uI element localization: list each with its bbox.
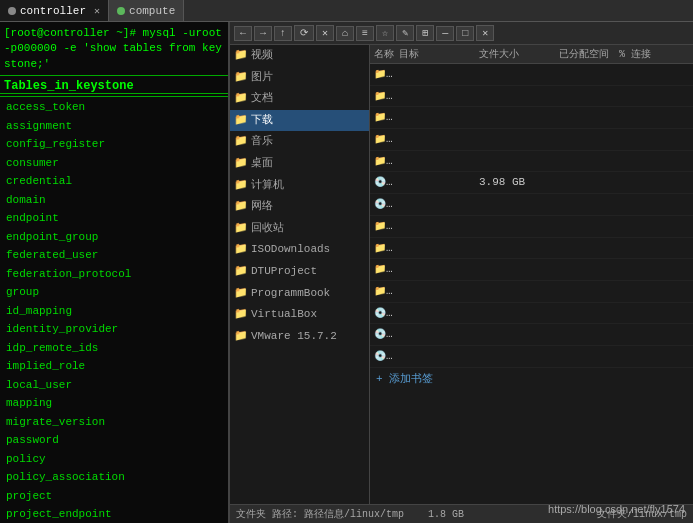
tree-folder-icon: 📁 <box>234 69 248 87</box>
tree-item[interactable]: 📁回收站 <box>230 218 369 240</box>
table-item: policy <box>0 450 228 469</box>
file-icon: 📁 <box>374 285 393 297</box>
tree-item-label: 图片 <box>251 69 273 87</box>
file-icon: 📁 <box>374 90 393 102</box>
file-name: 📁 微信截图 <box>374 108 399 127</box>
right-panel: ← → ↑ ⟳ ✕ ⌂ ≡ ☆ ✎ ⊞ — □ ✕ 📁视频📁图片📁文档📁下载📁音… <box>230 22 693 523</box>
tree-item-label: ProgrammBook <box>251 285 330 303</box>
file-name: 📁 cn_windows_7_professional_whe... <box>374 217 399 236</box>
file-icon: 📁 <box>374 263 393 275</box>
tree-folder-icon: 📁 <box>234 47 248 65</box>
table-item: assignment <box>0 117 228 136</box>
toolbar-stop[interactable]: ✕ <box>316 25 334 41</box>
tree-item-label: 音乐 <box>251 133 273 151</box>
toolbar-fav[interactable]: ☆ <box>376 25 394 41</box>
terminal-command: [root@controller ~]# mysql -uroot -p0000… <box>0 24 228 74</box>
file-name: 📁 有趣视频 <box>374 130 399 149</box>
file-icon: 📁 <box>374 155 393 167</box>
tree-item-label: VMware 15.7.2 <box>251 328 337 346</box>
file-name: 📁 作者文件夹 <box>374 152 399 171</box>
toolbar-close[interactable]: ✕ <box>476 25 494 41</box>
file-list-row[interactable]: 📁 作者文件夹 <box>370 151 693 173</box>
file-name: 📁 VMdiskss <box>374 282 399 301</box>
file-icon: 📁 <box>374 68 393 80</box>
table-item: access_token <box>0 98 228 117</box>
file-list-row[interactable]: 💿 XianDian-BigData-v0.2.iso <box>370 303 693 325</box>
tree-item-label: DTUProject <box>251 263 317 281</box>
file-name: 💿 CentOS-7x86_64-DVD-1810.iso <box>374 195 399 214</box>
file-list-row[interactable]: 📁 cn_windows_10_business_edition... <box>370 238 693 260</box>
file-icon: 📁 <box>374 220 393 232</box>
file-name: 💿 XianDian-BigData-v0.2.iso <box>374 304 399 323</box>
toolbar-max[interactable]: □ <box>456 26 474 41</box>
tree-item-label: 视频 <box>251 47 273 65</box>
table-item: domain <box>0 191 228 210</box>
tab-controller[interactable]: controller ✕ <box>0 0 109 21</box>
file-list-row[interactable]: 📁 new-all <box>370 259 693 281</box>
col-alloc: 已分配空间 <box>559 47 619 61</box>
main-container: [root@controller ~]# mysql -uroot -p0000… <box>0 22 693 523</box>
table-header: Tables_in_keystone <box>0 77 228 94</box>
tree-item[interactable]: 📁VMware 15.7.2 <box>230 326 369 348</box>
table-item: identity_provider <box>0 320 228 339</box>
tree-item-label: 网络 <box>251 198 273 216</box>
tree-item[interactable]: 📁VirtualBox <box>230 304 369 326</box>
tree-item-label: 下载 <box>251 112 273 130</box>
file-list-row[interactable]: 💿 CentOS-7x86_64-DVD-1511.iso 3.98 GB <box>370 172 693 194</box>
tab-controller-close[interactable]: ✕ <box>94 5 100 17</box>
file-list-row[interactable]: 📁 VMdiskss <box>370 281 693 303</box>
tree-folder-icon: 📁 <box>234 198 248 216</box>
file-list-row[interactable]: 📁 太空城 <box>370 86 693 108</box>
file-list-row[interactable]: 💿 XianDian-IaaS-v2.2.iso <box>370 324 693 346</box>
tree-item-label: ISODownloads <box>251 241 330 259</box>
tree-folder-icon: 📁 <box>234 220 248 238</box>
tree-item[interactable]: 📁DTUProject <box>230 261 369 283</box>
tree-folder-icon: 📁 <box>234 263 248 281</box>
toolbar-menu[interactable]: ≡ <box>356 26 374 41</box>
right-content: 📁视频📁图片📁文档📁下载📁音乐📁桌面📁计算机📁网络📁回收站📁ISODownloa… <box>230 45 693 504</box>
file-list-row[interactable]: 💿 XianDian-PaaS-v0.2.iso <box>370 346 693 368</box>
tree-item-label: 桌面 <box>251 155 273 173</box>
file-list-row[interactable]: 📁 upload2_5to9 <box>370 64 693 86</box>
tree-item[interactable]: 📁文档 <box>230 88 369 110</box>
table-item: credential <box>0 172 228 191</box>
file-name: 📁 太空城 <box>374 87 399 106</box>
tab-compute[interactable]: compute <box>109 0 184 21</box>
tree-folder-icon: 📁 <box>234 285 248 303</box>
table-item: implied_role <box>0 357 228 376</box>
table-item: federation_protocol <box>0 265 228 284</box>
tree-item[interactable]: 📁计算机 <box>230 175 369 197</box>
tree-item[interactable]: 📁ISODownloads <box>230 239 369 261</box>
toolbar-view[interactable]: ⊞ <box>416 25 434 41</box>
tree-item[interactable]: 📁下载 <box>230 110 369 132</box>
tab-controller-label: controller <box>20 5 86 17</box>
tree-item[interactable]: 📁桌面 <box>230 153 369 175</box>
toolbar-home[interactable]: ⌂ <box>336 26 354 41</box>
file-list-row[interactable]: 📁 cn_windows_7_professional_whe... <box>370 216 693 238</box>
file-size: 3.98 GB <box>479 173 559 192</box>
tree-item[interactable]: 📁图片 <box>230 67 369 89</box>
tree-item-label: 计算机 <box>251 177 284 195</box>
tree-item[interactable]: 📁ProgrammBook <box>230 283 369 305</box>
file-icon: 💿 <box>374 350 393 362</box>
tree-item[interactable]: 📁音乐 <box>230 131 369 153</box>
tree-item[interactable]: 📁视频 <box>230 45 369 67</box>
file-icon: 📁 <box>374 111 393 123</box>
table-item: local_user <box>0 376 228 395</box>
tree-item[interactable]: 📁网络 <box>230 196 369 218</box>
file-list-row[interactable]: 📁 微信截图 <box>370 107 693 129</box>
toolbar-back[interactable]: ← <box>234 26 252 41</box>
table-item: mapping <box>0 394 228 413</box>
file-icon: 📁 <box>374 133 393 145</box>
toolbar-refresh[interactable]: ⟳ <box>294 25 314 41</box>
file-list-row[interactable]: 💿 CentOS-7x86_64-DVD-1810.iso <box>370 194 693 216</box>
file-list-row[interactable]: 📁 有趣视频 <box>370 129 693 151</box>
toolbar-min[interactable]: — <box>436 26 454 41</box>
file-icon: 📁 <box>374 242 393 254</box>
add-bookmark-btn[interactable]: + 添加书签 <box>370 368 693 389</box>
file-tree: 📁视频📁图片📁文档📁下载📁音乐📁桌面📁计算机📁网络📁回收站📁ISODownloa… <box>230 45 370 504</box>
toolbar-up[interactable]: ↑ <box>274 26 292 41</box>
toolbar-edit[interactable]: ✎ <box>396 25 414 41</box>
table-item: project <box>0 487 228 506</box>
toolbar-forward[interactable]: → <box>254 26 272 41</box>
